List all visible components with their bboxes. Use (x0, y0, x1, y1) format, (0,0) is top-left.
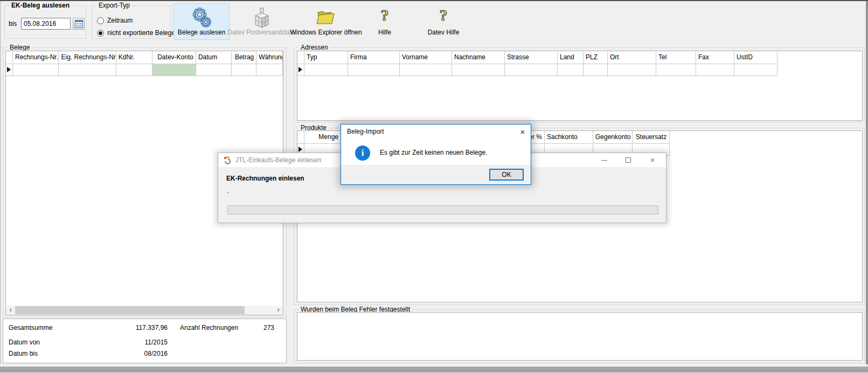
gears-icon (189, 7, 214, 30)
maximize-icon (626, 157, 631, 163)
minimize-button[interactable] (596, 153, 612, 167)
gesamtsumme-label: Gesamtsumme (9, 324, 52, 331)
adressen-col-strasse[interactable]: Strasse (505, 51, 558, 64)
beleg-import-body: i Es gibt zur Zeit keinen neuen Belege. (341, 139, 531, 165)
adressen-empty-row[interactable] (297, 64, 862, 76)
beleg-import-message: Es gibt zur Zeit keinen neuen Belege. (380, 149, 487, 156)
crate-icon (252, 7, 272, 31)
anzahl-rechnungen-label: Anzahl Rechnungen (180, 324, 238, 331)
datev-postversanddatei-button: Datev Postversanddatei (231, 3, 293, 40)
adressen-col-vorname[interactable]: Vorname (400, 51, 452, 64)
progress-status-text: . (227, 187, 228, 195)
folder-icon (316, 10, 336, 27)
ek-beleg-group: EK-Beleg auslesen bis (4, 5, 86, 39)
scroll-right-icon[interactable]: › (274, 306, 283, 315)
datev-hilfe-label: Datev Hilfe (428, 29, 460, 36)
radio-nicht-exportierte-label: nicht exportierte Belege (107, 29, 175, 37)
progress-heading: EK-Rechnungen einlesen (226, 175, 304, 182)
datev-hilfe-button[interactable]: ? Datev Hilfe (419, 3, 468, 40)
jtl-app-icon (223, 156, 232, 164)
window-frame-bottom (0, 364, 868, 373)
radio-zeitraum-label: Zeitraum (107, 17, 133, 24)
beleg-import-title: Beleg-Import (347, 125, 384, 139)
info-icon: i (355, 146, 370, 161)
beleg-import-titlebar[interactable]: Beleg-Import × (341, 125, 531, 139)
produkte-col-gegenkonto[interactable]: Gegenkonto (593, 131, 633, 144)
belege-empty-row[interactable] (6, 64, 283, 76)
adressen-group-title: Adressen (298, 44, 330, 51)
radio-circle-zeitraum[interactable] (97, 17, 104, 24)
maximize-button[interactable] (620, 153, 636, 167)
ok-button[interactable]: OK (489, 169, 524, 181)
adressen-col-firma[interactable]: Firma (348, 51, 400, 64)
radio-zeitraum[interactable]: Zeitraum (97, 17, 133, 24)
fehler-textbox[interactable] (297, 312, 863, 361)
radio-circle-nicht-exportierte[interactable] (97, 30, 104, 37)
datum-von-label: Datum von (9, 339, 40, 346)
help-icon: ? (381, 7, 389, 23)
belege-col-waehrung[interactable]: Währung (256, 51, 283, 64)
belege-col-betrag[interactable]: Betrag (232, 51, 257, 64)
belege-col-rechnungs-nr[interactable]: Rechnungs-Nr. (13, 51, 59, 64)
close-icon: × (650, 156, 655, 164)
calendar-icon (75, 20, 83, 27)
bis-date-input[interactable] (21, 18, 71, 30)
belege-auslesen-button[interactable]: Belege auslesen (173, 3, 230, 40)
export-typ-group: Export-Typ Zeitraum nicht exportierte Be… (92, 5, 171, 39)
scroll-left-icon[interactable]: ‹ (6, 306, 15, 315)
adressen-col-land[interactable]: Land (558, 51, 584, 64)
dialog-close-button[interactable]: × (515, 125, 531, 139)
window-frame-right (866, 1, 868, 373)
progress-window-title: JTL-Einkaufs-Belege einlesen (235, 153, 321, 167)
adressen-col-fax[interactable]: Fax (696, 51, 734, 64)
produkte-col-steuersatz[interactable]: Steuersatz (633, 131, 670, 144)
belege-col-kdnr[interactable]: KdNr. (116, 51, 153, 64)
progress-bar (227, 205, 658, 215)
adressen-col-ustid[interactable]: UstID (734, 51, 777, 64)
belege-horizontal-scrollbar[interactable]: ‹ › (6, 306, 283, 315)
adressen-col-ort[interactable]: Ort (608, 51, 656, 64)
bis-label: bis (9, 20, 17, 27)
scroll-thumb[interactable] (15, 306, 245, 314)
row-selector-icon (298, 147, 302, 152)
adressen-selector-header (297, 51, 304, 64)
adressen-col-plz[interactable]: PLZ (584, 51, 608, 64)
close-button[interactable]: × (644, 153, 661, 167)
row-selector-icon (7, 67, 11, 72)
adressen-col-tel[interactable]: Tel (656, 51, 696, 64)
gesamtsumme-value: 117.337,96 (89, 324, 168, 331)
belege-col-eig-rechnungs-nr[interactable]: Eig. Rechnungs-Nr. (59, 51, 116, 64)
adressen-grid: Typ Firma Vorname Nachname Strasse Land … (297, 51, 863, 121)
hilfe-button[interactable]: ? Hilfe (364, 3, 405, 40)
help-icon-datev: ? (440, 7, 448, 23)
produkte-col-sachkonto[interactable]: Sachkonto (545, 131, 593, 144)
belege-col-datum[interactable]: Datum (196, 51, 232, 64)
anzahl-rechnungen-value: 273 (232, 324, 274, 331)
minimize-icon (601, 160, 607, 161)
radio-nicht-exportierte[interactable]: nicht exportierte Belege (97, 29, 175, 37)
row-selector-icon (298, 67, 302, 72)
hilfe-label: Hilfe (378, 29, 391, 36)
calendar-button[interactable] (73, 18, 85, 30)
belege-group-title: Belege (8, 44, 32, 51)
windows-explorer-label: Windows Explorer öffnen (290, 29, 362, 36)
belege-col-datev-konto[interactable]: Datev-Konto (152, 51, 196, 64)
ek-beleg-group-title: EK-Beleg auslesen (9, 2, 72, 9)
export-typ-group-title: Export-Typ (96, 2, 132, 9)
belege-selector-header (6, 51, 13, 64)
summary-panel: Gesamtsumme 117.337,96 Anzahl Rechnungen… (3, 319, 287, 363)
windows-explorer-button[interactable]: Windows Explorer öffnen (294, 3, 358, 40)
adressen-col-typ[interactable]: Typ (304, 51, 348, 64)
adressen-col-nachname[interactable]: Nachname (452, 51, 505, 64)
datev-konto-cell[interactable] (152, 64, 196, 76)
datum-von-value: 11/2015 (89, 339, 168, 346)
datum-bis-label: Datum bis (9, 350, 38, 357)
datum-bis-value: 08/2016 (89, 350, 168, 357)
app-window: EK-Beleg auslesen bis Export-Typ Zeitrau… (0, 0, 868, 373)
produkte-col-menge[interactable]: Menge (304, 131, 341, 144)
beleg-import-footer: OK (341, 165, 531, 184)
beleg-import-dialog: Beleg-Import × i Es gibt zur Zeit keinen… (341, 124, 531, 185)
produkte-selector-header (297, 131, 304, 144)
window-frame-left (0, 1, 1, 373)
